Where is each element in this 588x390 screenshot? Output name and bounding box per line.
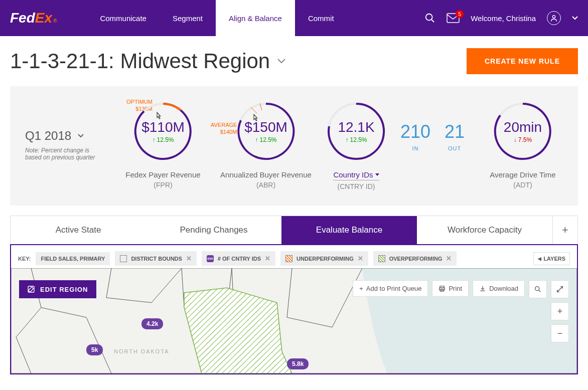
- svg-point-3: [552, 16, 555, 18]
- metric-fpr: OPTIMUM$130M $110M ↑12.5% Fedex Payer Re…: [115, 101, 211, 189]
- fpr-label: Fedex Payer Revenue: [115, 170, 211, 179]
- page-title: 1-1-3-21-1: Midwest Region: [10, 49, 286, 73]
- adt-label: Average Drive Time: [483, 170, 563, 179]
- map-search-button[interactable]: [529, 280, 547, 298]
- zoom-in-button[interactable]: +: [551, 302, 569, 320]
- close-icon[interactable]: ✕: [265, 255, 270, 262]
- tab-workforce-capacity[interactable]: Workforce Capacity: [417, 216, 552, 244]
- inout-block: 210 IN 21 OUT: [400, 101, 465, 151]
- search-icon: [534, 285, 542, 293]
- layers-button[interactable]: ◀LAYERS: [533, 252, 570, 265]
- expand-icon: [556, 285, 564, 293]
- tab-active-state[interactable]: Active State: [11, 216, 146, 244]
- map-panel: KEY: FIELD SALES, PRIMARY DISTRICT BOUND…: [10, 244, 578, 374]
- search-icon[interactable]: [424, 13, 435, 24]
- download-button[interactable]: Download: [473, 280, 525, 297]
- svg-line-1: [431, 20, 434, 23]
- tab-pending-changes[interactable]: Pending Changes: [146, 216, 281, 244]
- fpr-value: $110M: [141, 119, 185, 135]
- metric-adt: 20min ↓7.5% Average Drive Time (ADT): [483, 101, 563, 189]
- caret-down-icon: [375, 173, 379, 176]
- nav-segment[interactable]: Segment: [160, 0, 216, 36]
- close-icon[interactable]: ✕: [358, 255, 363, 262]
- metric-cntry: 12.1K ↑12.5% Country IDs (CNTRY ID): [321, 101, 391, 190]
- create-new-rule-button[interactable]: CREATE NEW RULE: [467, 48, 578, 74]
- nav-commit[interactable]: Commit: [295, 0, 347, 36]
- add-tab-button[interactable]: +: [552, 216, 577, 244]
- fpr-sublabel: (FPR): [115, 181, 211, 189]
- tab-bar: Active State Pending Changes Evaluate Ba…: [10, 216, 578, 244]
- chip-overperforming[interactable]: OVERPERFORMING✕: [373, 251, 457, 266]
- cntry-value: 12.1K: [338, 119, 374, 135]
- cntry-change: ↑12.5%: [345, 136, 367, 143]
- chip-underperforming[interactable]: UNDERPERFORMING✕: [280, 251, 368, 266]
- title-row: 1-1-3-21-1: Midwest Region CREATE NEW RU…: [0, 36, 588, 86]
- chevron-down-icon: [77, 133, 84, 138]
- metrics-panel: Q1 2018 Note: Percent change is based on…: [10, 86, 578, 206]
- add-to-print-queue-button[interactable]: +Add to Print Queue: [353, 280, 428, 297]
- chip-district-bounds[interactable]: DISTRICT BOUNDS✕: [115, 251, 196, 266]
- abr-change: ↑12.5%: [255, 136, 276, 143]
- welcome-text: Welcome, Christina: [471, 14, 536, 23]
- expand-button[interactable]: [551, 280, 569, 298]
- abr-sublabel: (ABR): [216, 181, 316, 189]
- close-icon[interactable]: ✕: [186, 255, 192, 262]
- mail-icon[interactable]: 5: [447, 13, 460, 23]
- out-metric: 21 OUT: [445, 121, 465, 151]
- print-icon: [438, 285, 446, 292]
- zoom-out-button[interactable]: −: [551, 324, 569, 342]
- abr-average-label: AVERAGE$140M: [211, 121, 237, 136]
- mail-badge: 5: [456, 10, 464, 18]
- nav-communicate[interactable]: Communicate: [87, 0, 160, 36]
- app-header: FedEx® Communicate Segment Align & Balan…: [0, 0, 588, 36]
- in-value: 210: [400, 121, 430, 142]
- print-button[interactable]: Print: [432, 280, 469, 297]
- abr-value: $150M: [244, 119, 287, 135]
- in-label: IN: [400, 145, 430, 151]
- edit-icon: [27, 285, 35, 293]
- map-tag[interactable]: 5k: [86, 344, 103, 355]
- in-metric: 210 IN: [400, 121, 430, 151]
- title-dropdown-icon[interactable]: [277, 58, 286, 64]
- tab-evaluate-balance[interactable]: Evaluate Balance: [281, 216, 417, 244]
- svg-point-14: [535, 287, 539, 291]
- edit-region-button[interactable]: EDIT REGION: [19, 280, 96, 298]
- adt-value: 20min: [504, 119, 542, 135]
- svg-line-15: [539, 290, 540, 292]
- nav-align-balance[interactable]: Align & Balance: [216, 0, 295, 36]
- chip-cntry-ids[interactable]: xxx# OF CNTRY IDS✕: [202, 251, 275, 266]
- state-label: NORTH DAKOTA: [114, 348, 169, 354]
- quarter-dropdown[interactable]: Q1 2018: [25, 129, 110, 143]
- map-tools: +Add to Print Queue Print Download + −: [353, 280, 569, 342]
- quarter-selector-block: Q1 2018 Note: Percent change is based on…: [25, 101, 110, 161]
- chip-field-sales[interactable]: FIELD SALES, PRIMARY: [36, 252, 110, 265]
- chevron-down-icon[interactable]: [572, 16, 578, 20]
- adt-change: ↓7.5%: [514, 136, 532, 143]
- header-right: 5 Welcome, Christina: [424, 11, 578, 25]
- download-icon: [479, 285, 486, 292]
- fpr-change: ↑12.5%: [152, 136, 174, 143]
- adt-sublabel: (ADT): [483, 181, 563, 189]
- key-label: KEY:: [18, 256, 31, 262]
- avatar-icon[interactable]: [547, 11, 561, 25]
- out-label: OUT: [445, 145, 465, 151]
- fedex-logo: FedEx®: [10, 10, 57, 26]
- quarter-note: Note: Percent change is based on previou…: [25, 147, 100, 161]
- map-tag[interactable]: 4.2k: [141, 318, 163, 329]
- map-tag[interactable]: 5.8k: [287, 358, 309, 369]
- abr-label: Annualized Buyer Revenue: [216, 170, 316, 179]
- svg-point-0: [426, 14, 432, 21]
- main-nav: Communicate Segment Align & Balance Comm…: [87, 0, 347, 36]
- cntry-dropdown[interactable]: Country IDs: [333, 170, 379, 180]
- cntry-sublabel: (CNTRY ID): [321, 182, 391, 190]
- out-value: 21: [445, 121, 465, 142]
- close-icon[interactable]: ✕: [446, 255, 452, 262]
- metric-abr: AVERAGE$140M $150M ↑12.5% Annualized Buy…: [216, 101, 316, 189]
